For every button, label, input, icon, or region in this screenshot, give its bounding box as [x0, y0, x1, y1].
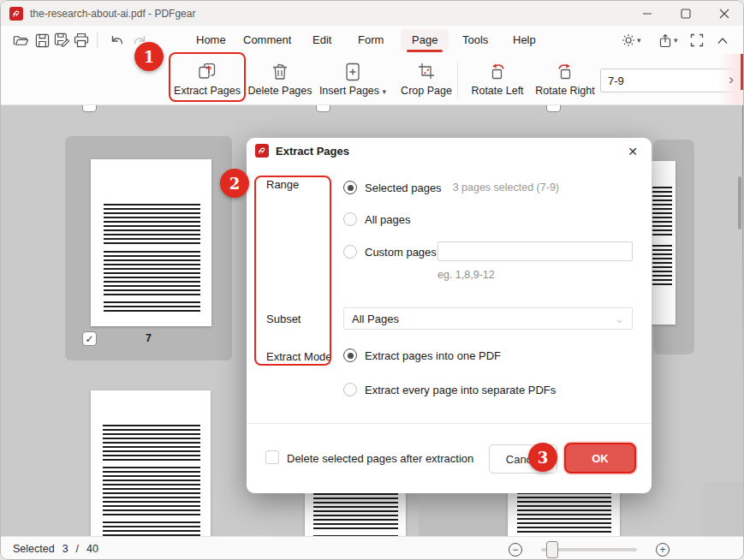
- zoom-out-icon[interactable]: −: [509, 543, 522, 557]
- page-number: 7: [65, 332, 232, 344]
- save-as-icon[interactable]: [51, 30, 72, 51]
- tab-home[interactable]: Home: [193, 29, 229, 51]
- radio-checked-icon[interactable]: [343, 349, 357, 362]
- zoom-slider-handle[interactable]: [546, 541, 558, 558]
- maximize-icon[interactable]: [666, 1, 705, 26]
- rotate-left-button[interactable]: Rotate Left: [459, 57, 536, 103]
- radio-checked-icon[interactable]: [343, 181, 357, 194]
- active-tab-underline: [407, 50, 443, 52]
- delete-after-checkbox[interactable]: [265, 450, 279, 464]
- main-toolbar: Home Comment Edit Form Page Tools Help ▾…: [1, 26, 743, 54]
- delete-after-label: Delete selected pages after extraction: [287, 452, 473, 465]
- thumbnail-card-partial[interactable]: [703, 482, 744, 536]
- extract-pages-icon: [196, 61, 218, 83]
- close-icon[interactable]: [705, 1, 743, 26]
- zoom-slider[interactable]: [541, 548, 637, 551]
- fullscreen-icon[interactable]: [690, 30, 704, 51]
- chevron-right-icon: ›: [729, 71, 734, 88]
- thumbnail-page-10[interactable]: [91, 390, 211, 536]
- radio-all-pages[interactable]: All pages: [343, 212, 410, 226]
- radio-extract-separate-pdfs[interactable]: Extract every page into separate PDFs: [343, 383, 556, 396]
- insert-pages-caret-icon: ▾: [383, 87, 387, 96]
- ribbon-separator: [457, 61, 458, 98]
- delete-pages-icon: [269, 61, 291, 83]
- share-icon[interactable]: ▾: [658, 30, 678, 51]
- tab-tools[interactable]: Tools: [459, 29, 491, 51]
- extract-pages-button[interactable]: Extract Pages: [169, 57, 246, 103]
- subset-dropdown[interactable]: All Pages ⌄: [343, 307, 633, 330]
- radio-icon[interactable]: [343, 383, 357, 396]
- custom-pages-input[interactable]: [437, 241, 633, 261]
- title-bar: the-research-about-ai.pdf - PDFgear: [1, 1, 743, 26]
- rotate-right-icon: [554, 61, 576, 83]
- subset-label: Subset: [266, 313, 301, 325]
- radio-icon[interactable]: [343, 245, 357, 259]
- insert-pages-icon: [342, 61, 364, 83]
- undo-icon[interactable]: [107, 30, 128, 51]
- scrollbar[interactable]: [738, 176, 741, 229]
- thumbnail-checkbox[interactable]: [82, 105, 97, 112]
- crop-page-button[interactable]: Crop Page: [388, 57, 465, 103]
- thumbnail-page-7[interactable]: ✓ 7: [65, 136, 232, 360]
- selection-status: Selected 3 / 40: [13, 543, 98, 555]
- crop-page-icon: [415, 61, 437, 83]
- range-label: Range: [266, 178, 299, 191]
- pdfgear-logo-icon: [255, 144, 269, 158]
- page-ribbon: Extract Pages Delete Pages Insert Pages …: [1, 54, 743, 105]
- extract-pages-dialog: Extract Pages ✕ Range Selected pages 3 p…: [247, 138, 652, 493]
- ribbon-overflow-strip[interactable]: ›: [719, 54, 743, 104]
- custom-pages-hint: eg. 1,8,9-12: [437, 269, 495, 281]
- step-badge-2: 2: [220, 169, 249, 198]
- pdfgear-logo-icon: [9, 7, 23, 21]
- tab-comment[interactable]: Comment: [240, 29, 295, 51]
- save-icon[interactable]: [32, 30, 52, 51]
- thumbnail-checkbox[interactable]: [316, 105, 330, 112]
- dialog-title: Extract Pages: [276, 145, 349, 158]
- share-caret-icon: ▾: [674, 36, 678, 45]
- dialog-header: Extract Pages ✕: [247, 138, 652, 164]
- radio-selected-pages[interactable]: Selected pages 3 pages selected (7-9): [343, 181, 559, 194]
- minimize-icon[interactable]: [628, 1, 666, 26]
- theme-icon[interactable]: ▾: [622, 30, 641, 51]
- tab-help[interactable]: Help: [509, 29, 539, 51]
- tab-form[interactable]: Form: [354, 29, 387, 51]
- pdfgear-window: the-research-about-ai.pdf - PDFgear Home…: [0, 0, 744, 560]
- status-bar: Selected 3 / 40 − +: [1, 536, 743, 560]
- tab-edit[interactable]: Edit: [309, 29, 335, 51]
- selected-pages-note: 3 pages selected (7-9): [453, 182, 559, 194]
- collapse-ribbon-icon[interactable]: [717, 30, 729, 51]
- window-title: the-research-about-ai.pdf - PDFgear: [30, 8, 195, 20]
- rotate-right-button[interactable]: Rotate Right: [527, 57, 604, 103]
- step-badge-1: 1: [134, 42, 164, 71]
- radio-icon[interactable]: [343, 212, 357, 226]
- theme-caret-icon: ▾: [637, 36, 641, 45]
- insert-pages-button[interactable]: Insert Pages ▾: [314, 57, 391, 103]
- rotate-left-icon: [486, 61, 509, 83]
- step-badge-3: 3: [528, 443, 557, 472]
- print-icon[interactable]: [71, 30, 92, 51]
- tab-page[interactable]: Page: [401, 29, 449, 51]
- page-preview: [649, 161, 676, 325]
- page-preview: [91, 159, 211, 326]
- toolbar-separator: [97, 33, 98, 48]
- dialog-close-icon[interactable]: ✕: [622, 141, 643, 162]
- page-range-input[interactable]: [600, 69, 735, 92]
- radio-extract-one-pdf[interactable]: Extract pages into one PDF: [343, 349, 501, 362]
- ok-button[interactable]: OK: [564, 443, 636, 474]
- extract-mode-label: Extract Mode: [266, 350, 332, 363]
- radio-custom-pages[interactable]: Custom pages: [343, 245, 437, 259]
- open-file-icon[interactable]: [10, 30, 31, 51]
- chevron-down-icon: ⌄: [615, 313, 624, 325]
- ribbon-edge-accent: [741, 54, 743, 90]
- thumbnail-checkbox[interactable]: [546, 105, 561, 112]
- delete-pages-button[interactable]: Delete Pages: [241, 57, 318, 103]
- dialog-divider: [247, 423, 652, 424]
- zoom-in-icon[interactable]: +: [656, 543, 670, 557]
